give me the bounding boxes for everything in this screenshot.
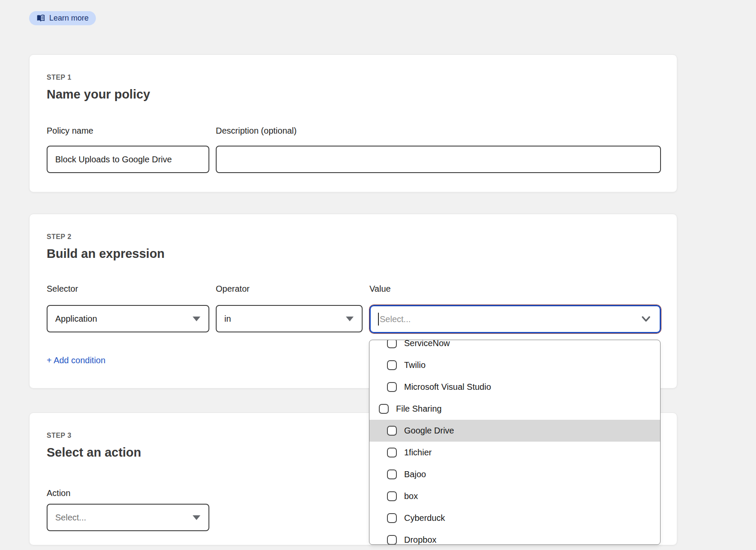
step3-label: STEP 3 xyxy=(47,432,71,439)
dropdown-option[interactable]: Cyberduck xyxy=(369,507,660,529)
dropdown-triangle-icon xyxy=(193,317,200,321)
value-dropdown-panel: ServiceNow Twilio Microsoft Visual Studi… xyxy=(369,340,661,545)
step1-card: STEP 1 Name your policy Policy name Desc… xyxy=(29,54,677,192)
action-label: Action xyxy=(47,488,71,498)
description-input[interactable] xyxy=(216,146,661,173)
checkbox-icon[interactable] xyxy=(387,382,397,392)
policy-builder-page: { "learn_more": { "label": "Learn more" … xyxy=(0,0,756,550)
operator-dropdown[interactable]: in xyxy=(216,305,363,332)
add-condition-link[interactable]: + Add condition xyxy=(47,356,105,365)
dropdown-option-label: Cyberduck xyxy=(404,513,445,523)
checkbox-icon[interactable] xyxy=(387,340,397,348)
dropdown-option[interactable]: 1fichier xyxy=(369,442,660,463)
step1-label: STEP 1 xyxy=(47,74,71,81)
selector-dropdown[interactable]: Application xyxy=(47,305,209,332)
dropdown-option[interactable]: File Sharing xyxy=(369,398,660,420)
dropdown-option[interactable]: Dropbox xyxy=(369,529,660,545)
dropdown-option[interactable]: Google Drive xyxy=(369,420,660,442)
operator-label: Operator xyxy=(216,284,250,294)
policy-name-value: Block Uploads to Google Drive xyxy=(55,155,172,164)
dropdown-option-label: Google Drive xyxy=(404,426,454,436)
checkbox-icon[interactable] xyxy=(387,513,397,523)
dropdown-option-label: box xyxy=(404,491,418,501)
value-label: Value xyxy=(369,284,391,294)
dropdown-option-label: Dropbox xyxy=(404,535,437,545)
dropdown-option-label: Bajoo xyxy=(404,469,426,479)
step3-title: Select an action xyxy=(47,445,141,460)
dropdown-triangle-icon xyxy=(346,317,354,321)
dropdown-option[interactable]: Twilio xyxy=(369,354,660,376)
action-dropdown[interactable]: Select... xyxy=(47,504,209,531)
value-dropdown-list: ServiceNow Twilio Microsoft Visual Studi… xyxy=(369,340,660,545)
learn-more-label: Learn more xyxy=(49,14,89,23)
selector-label: Selector xyxy=(47,284,78,294)
operator-value: in xyxy=(224,314,231,324)
dropdown-option-label: ServiceNow xyxy=(404,340,450,348)
checkbox-icon[interactable] xyxy=(387,491,397,501)
dropdown-triangle-icon xyxy=(193,515,200,520)
step1-title: Name your policy xyxy=(47,87,150,102)
step2-title: Build an expression xyxy=(47,247,165,261)
dropdown-option-label: File Sharing xyxy=(396,404,442,414)
checkbox-icon[interactable] xyxy=(387,360,397,370)
step2-label: STEP 2 xyxy=(47,233,71,241)
dropdown-option[interactable]: Bajoo xyxy=(369,463,660,485)
chevron-down-icon[interactable] xyxy=(641,316,651,324)
description-label: Description (optional) xyxy=(216,126,297,136)
action-placeholder: Select... xyxy=(55,513,86,523)
dropdown-option[interactable]: box xyxy=(369,485,660,507)
policy-name-label: Policy name xyxy=(47,126,93,136)
learn-more-button[interactable]: Learn more xyxy=(29,11,96,25)
checkbox-icon[interactable] xyxy=(379,404,389,414)
dropdown-option[interactable]: ServiceNow xyxy=(369,340,660,354)
dropdown-option-label: Microsoft Visual Studio xyxy=(404,382,491,392)
selector-value: Application xyxy=(55,314,97,324)
policy-name-input[interactable]: Block Uploads to Google Drive xyxy=(47,146,209,173)
dropdown-option-label: Twilio xyxy=(404,360,426,370)
checkbox-icon[interactable] xyxy=(387,448,397,457)
value-multiselect-input[interactable]: Select... xyxy=(369,305,661,333)
dropdown-option-label: 1fichier xyxy=(404,448,432,457)
checkbox-icon[interactable] xyxy=(387,535,397,545)
checkbox-icon[interactable] xyxy=(387,426,397,436)
checkbox-icon[interactable] xyxy=(387,469,397,479)
dropdown-option[interactable]: Microsoft Visual Studio xyxy=(369,376,660,398)
text-cursor xyxy=(378,313,379,326)
book-icon xyxy=(36,15,45,22)
value-placeholder: Select... xyxy=(380,314,411,324)
